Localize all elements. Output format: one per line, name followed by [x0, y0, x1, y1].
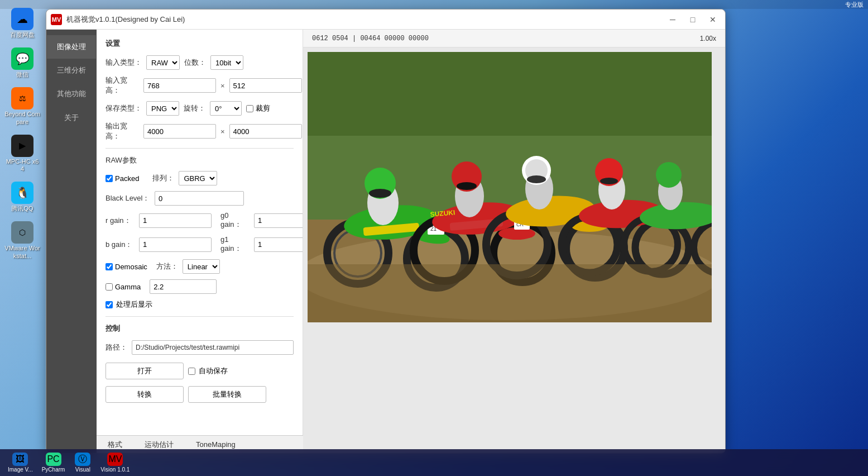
gain-row-2: b gain： g1 gain： [105, 235, 294, 254]
convert-row: 转换 批量转换 [105, 386, 294, 403]
minimize-button[interactable]: ─ [665, 13, 680, 26]
title-bar: MV 机器视觉v1.0.1(Designed by Cai Lei) ─ □ ✕ [46, 9, 725, 30]
output-width-field[interactable] [143, 124, 216, 139]
auto-save-label: 自动保存 [199, 366, 228, 376]
path-field[interactable] [132, 340, 294, 355]
convert-button[interactable]: 转换 [105, 386, 184, 403]
taskbar-pycharm[interactable]: PC PyCharm [39, 451, 69, 474]
sidebar-item-other[interactable]: 其他功能 [47, 82, 96, 106]
gamma-value-field[interactable] [150, 279, 217, 294]
image-coords: 0612 0504 | 00464 00000 00000 [312, 35, 429, 42]
gamma-checkbox-row[interactable]: Gamma [105, 283, 141, 291]
vision-label: Vision 1.0.1 [100, 467, 130, 473]
post-display-row: 处理后显示 [105, 299, 294, 310]
demosaic-label: Demosaic [115, 263, 147, 271]
gamma-checkbox[interactable] [105, 283, 113, 291]
desktop-icon-qq[interactable]: 🐧 腾讯QQ [2, 179, 42, 215]
image-info-bar: 0612 0504 | 00464 00000 00000 1.00x [303, 30, 725, 47]
top-bar: 专业版 [0, 0, 868, 9]
gamma-row: Gamma [105, 279, 294, 294]
path-label: 路径： [105, 342, 127, 353]
input-size-row: 输入宽高： × [105, 75, 294, 96]
x-separator-1: × [220, 82, 225, 90]
vision-icon: MV [107, 453, 123, 466]
post-display-checkbox[interactable] [105, 301, 113, 308]
crop-label: 裁剪 [256, 103, 270, 113]
svg-point-39 [600, 178, 618, 184]
packed-checkbox-row[interactable]: Packed [105, 174, 139, 183]
desktop-icons: ☁ 百度网盘 💬 微信 ⚖ Beyond Compare ▶ MPC-HC x6… [0, 0, 45, 476]
sidebar-item-3d-analysis[interactable]: 三维分析 [47, 59, 96, 82]
desktop-icon-mpc[interactable]: ▶ MPC-HC x64 [2, 132, 42, 175]
input-type-label: 输入类型： [105, 58, 142, 68]
wechat-icon: 💬 [11, 47, 33, 70]
input-height-field[interactable] [229, 78, 302, 93]
demosaic-checkbox-row[interactable]: Demosaic [105, 263, 147, 271]
method-label: 方法： [156, 261, 178, 272]
input-size-label: 输入宽高： [105, 75, 139, 96]
pycharm-label: PyCharm [42, 467, 65, 473]
svg-point-33 [527, 175, 546, 183]
app-body: 图像处理 三维分析 其他功能 关于 设置 输入类型： [46, 30, 725, 453]
image-viewer-label: Image V... [8, 467, 33, 473]
post-display-label: 处理后显示 [116, 299, 152, 310]
packed-label: Packed [115, 174, 139, 183]
output-height-field[interactable] [229, 124, 302, 139]
desktop-icon-wechat[interactable]: 💬 微信 [2, 45, 42, 80]
taskbar-image-viewer[interactable]: 🖼 Image V... [4, 451, 36, 474]
app-icon: MV [51, 14, 62, 25]
r-gain-field[interactable] [139, 213, 212, 228]
open-row: 打开 自动保存 [105, 363, 294, 379]
svg-point-23 [457, 182, 477, 190]
rotate-select[interactable]: 0° 90° 180° 270° [210, 101, 242, 116]
demosaic-checkbox[interactable] [105, 263, 113, 270]
input-type-select[interactable]: RAW [146, 55, 180, 70]
auto-save-checkbox[interactable] [188, 368, 195, 375]
r-gain-label: r gain： [105, 216, 135, 226]
vmware-label: VMware Workstat... [4, 245, 40, 259]
close-button[interactable]: ✕ [705, 13, 721, 26]
wechat-label: 微信 [16, 71, 28, 78]
auto-save-row[interactable]: 自动保存 [188, 366, 228, 376]
packed-checkbox[interactable] [105, 175, 113, 182]
save-type-row: 保存类型： PNG JPG BMP 旋转： 0° 90° 180° 270° [105, 101, 294, 116]
bit-depth-select[interactable]: 10bit 8bit 12bit [210, 55, 243, 70]
app-window: MV 机器视觉v1.0.1(Designed by Cai Lei) ─ □ ✕… [46, 9, 726, 454]
method-select[interactable]: Linear VNG PPG [183, 259, 220, 274]
svg-rect-45 [308, 264, 712, 322]
desktop-icon-vmware[interactable]: ⬡ VMware Workstat... [2, 219, 42, 261]
g1-gain-field[interactable] [254, 237, 303, 252]
bit-depth-label: 位数： [184, 58, 206, 68]
demosaic-row: Demosaic 方法： Linear VNG PPG [105, 259, 294, 274]
g0-gain-field[interactable] [254, 213, 303, 228]
mpc-icon: ▶ [11, 135, 33, 157]
desktop-icon-baidu[interactable]: ☁ 百度网盘 [2, 6, 42, 41]
arrangement-select[interactable]: GBRG RGGB BGGR GRBG [179, 171, 217, 185]
path-row: 路径： [105, 340, 294, 355]
svg-point-44 [656, 162, 682, 188]
input-width-field[interactable] [143, 78, 216, 93]
control-section-title: 控制 [105, 323, 294, 334]
sidebar-item-about[interactable]: 关于 [47, 106, 96, 130]
taskbar-visual[interactable]: Ⓥ Visual [70, 451, 95, 474]
beyond-compare-icon: ⚖ [11, 87, 33, 110]
batch-convert-button[interactable]: 批量转换 [188, 386, 266, 403]
b-gain-field[interactable] [139, 237, 212, 252]
black-level-field[interactable] [155, 191, 244, 206]
save-type-select[interactable]: PNG JPG BMP [146, 101, 179, 116]
open-button[interactable]: 打开 [105, 363, 184, 379]
maximize-button[interactable]: □ [685, 13, 701, 26]
packed-row: Packed 排列： GBRG RGGB BGGR GRBG [105, 171, 294, 185]
rotate-label: 旋转： [184, 103, 205, 113]
black-level-label: Black Level： [105, 193, 150, 203]
baidu-icon: ☁ [11, 8, 33, 30]
raw-params-title: RAW参数 [105, 155, 294, 165]
sidebar-item-image-processing[interactable]: 图像处理 [47, 35, 96, 59]
crop-checkbox[interactable] [246, 105, 253, 112]
taskbar-vision[interactable]: MV Vision 1.0.1 [97, 451, 133, 474]
crop-checkbox-row[interactable]: 裁剪 [246, 103, 270, 113]
title-controls: ─ □ ✕ [665, 13, 721, 26]
desktop-icon-beyond[interactable]: ⚖ Beyond Compare [2, 85, 42, 127]
image-canvas: 21 [303, 47, 725, 453]
image-preview: 21 [308, 52, 712, 322]
